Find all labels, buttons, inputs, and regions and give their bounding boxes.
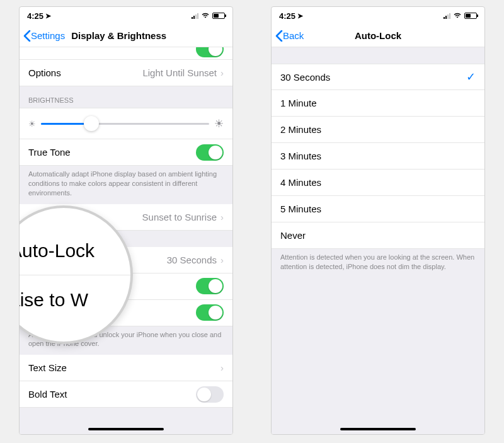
option-label: 2 Minutes	[280, 124, 476, 135]
textsize-row[interactable]: Text Size ›	[20, 355, 232, 381]
battery-icon	[212, 13, 225, 19]
sun-large-icon: ☀	[214, 117, 224, 130]
option-label: 5 Minutes	[280, 204, 476, 214]
raise-toggle[interactable]	[196, 278, 224, 294]
autolock-option[interactable]: 4 Minutes	[272, 170, 484, 196]
display-brightness-screen: 4:25 ➤ Settings Display & Brightness Opt…	[19, 6, 233, 435]
options-value: Light Until Sunset	[142, 67, 217, 78]
magnifier-autolock: Auto-Lock	[19, 240, 94, 261]
signal-icon	[192, 13, 198, 19]
nav-bar: Back Auto-Lock	[272, 25, 484, 47]
autolock-option[interactable]: Never	[272, 222, 484, 249]
chevron-right-icon: ›	[220, 362, 224, 373]
brightness-header: BRIGHTNESS	[20, 86, 232, 108]
back-button[interactable]: Settings	[20, 30, 65, 42]
textsize-label: Text Size	[28, 362, 220, 373]
truetone-label: True Tone	[28, 147, 196, 158]
chevron-right-icon: ›	[220, 67, 224, 78]
home-indicator[interactable]	[340, 428, 416, 430]
option-label: Never	[280, 230, 476, 241]
option-label: 1 Minute	[280, 98, 476, 108]
autolock-option[interactable]: 30 Seconds✓	[272, 64, 484, 90]
home-indicator[interactable]	[88, 428, 164, 430]
partial-row-top	[20, 47, 232, 60]
autolock-option[interactable]: 1 Minute	[272, 90, 484, 117]
boldtext-row: Bold Text	[20, 381, 232, 408]
autolock-value: 30 Seconds	[167, 255, 217, 265]
options-row[interactable]: Options Light Until Sunset ›	[20, 60, 232, 86]
nav-bar: Settings Display & Brightness	[20, 25, 232, 47]
wifi-icon	[201, 11, 210, 20]
options-label: Options	[28, 67, 142, 78]
boldtext-label: Bold Text	[28, 389, 196, 400]
attention-footer: Attention is detected when you are looki…	[272, 249, 484, 278]
autolock-option[interactable]: 5 Minutes	[272, 196, 484, 222]
lock-toggle[interactable]	[196, 304, 224, 321]
truetone-toggle[interactable]	[196, 144, 224, 161]
status-bar: 4:25 ➤	[20, 7, 232, 25]
sun-small-icon: ☀	[28, 119, 36, 129]
wifi-icon	[453, 11, 462, 20]
status-time: 4:25	[27, 11, 43, 21]
option-label: 3 Minutes	[280, 151, 476, 161]
toggle-partial[interactable]	[196, 47, 224, 57]
truetone-row: True Tone	[20, 139, 232, 166]
autolock-option[interactable]: 3 Minutes	[272, 143, 484, 170]
chevron-right-icon: ›	[220, 212, 224, 222]
brightness-slider[interactable]	[41, 123, 209, 125]
boldtext-toggle[interactable]	[196, 386, 224, 403]
signal-icon	[444, 13, 450, 19]
status-time: 4:25	[279, 11, 295, 21]
location-icon: ➤	[297, 12, 303, 20]
nightshift-value: Sunset to Sunrise	[142, 212, 217, 222]
location-icon: ➤	[45, 12, 51, 20]
option-label: 30 Seconds	[280, 72, 466, 83]
back-button[interactable]: Back	[272, 30, 304, 42]
slider-thumb[interactable]	[84, 116, 99, 131]
battery-icon	[464, 13, 477, 19]
autolock-option[interactable]: 2 Minutes	[272, 117, 484, 143]
truetone-footer: Automatically adapt iPhone display based…	[20, 166, 232, 204]
back-label: Back	[283, 30, 304, 41]
autolock-list[interactable]: 30 Seconds✓1 Minute2 Minutes3 Minutes4 M…	[272, 47, 484, 434]
status-bar: 4:25 ➤	[272, 7, 484, 25]
back-label: Settings	[31, 30, 65, 41]
checkmark-icon: ✓	[466, 70, 476, 84]
option-label: 4 Minutes	[280, 177, 476, 188]
brightness-slider-row: ☀ ☀	[20, 108, 232, 139]
chevron-right-icon: ›	[220, 255, 224, 265]
magnifier-raise: aise to W	[19, 289, 88, 310]
autolock-screen: 4:25 ➤ Back Auto-Lock 30 Seconds✓1 Minut…	[271, 6, 485, 435]
page-title: Display & Brightness	[71, 30, 166, 41]
